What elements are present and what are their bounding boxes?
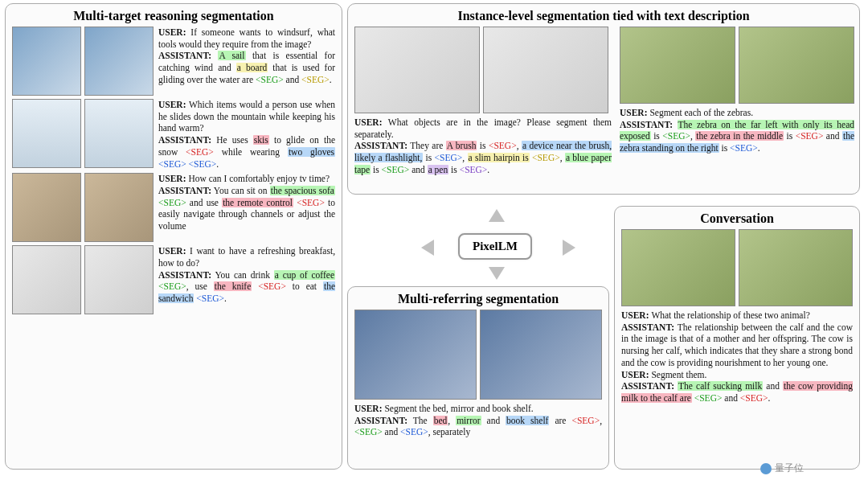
thumbnail-original [354, 27, 480, 113]
user-label: USER: [354, 404, 383, 413]
image-pair [354, 310, 602, 400]
user-text: How can I comfortably enjoy tv time? [188, 174, 330, 183]
thumbnail-segmented [84, 173, 154, 242]
thumbnail-segmented [480, 310, 602, 400]
assistant-label: ASSISTANT: [620, 120, 673, 129]
panel-title-multi-ref: Multi-referring segmentation [354, 292, 602, 306]
thumbnail-segmented [84, 27, 154, 96]
thumbnail-original [12, 99, 81, 168]
panel-multi-referring: Multi-referring segmentation USER: Segme… [347, 286, 609, 470]
seg-token: <SEG> [158, 198, 186, 207]
user-text: Segment the bed, mirror and book shelf. [384, 404, 533, 413]
arrow-left-icon [421, 240, 434, 256]
example-row: USER: How can I comfortably enjoy tv tim… [12, 173, 335, 242]
seg-token: <SEG> [435, 153, 463, 162]
user-label: USER: [354, 117, 383, 127]
seg-token: <SEG> [354, 427, 383, 437]
image-pair [12, 27, 154, 96]
thumbnail-segmented [739, 229, 853, 306]
user-text: Segment each of the zebras. [649, 108, 753, 117]
highlight-span: a board [236, 63, 268, 72]
assistant-label: ASSISTANT: [158, 51, 211, 60]
assistant-label: ASSISTANT: [354, 141, 407, 150]
pixelm-label: PixelLM [473, 240, 518, 252]
dialogue-text: USER: Segment the bed, mirror and book s… [354, 403, 602, 438]
highlight-span: A brush [446, 141, 477, 150]
user-label: USER: [158, 100, 186, 109]
dialogue-text: USER: What objects are in the image? Ple… [354, 117, 612, 176]
seg-token: <SEG> [694, 393, 723, 403]
highlight-span: the knife [214, 281, 252, 291]
example-row: USER: I want to have a refreshing breakf… [12, 245, 335, 314]
thumbnail-original [621, 229, 735, 306]
assistant-label: ASSISTANT: [158, 186, 211, 195]
seg-token: <SEG> [158, 159, 186, 169]
watermark: 量子位 [760, 462, 804, 475]
panel-instance-level: Instance-level segmentation tied with te… [347, 3, 860, 195]
highlight-span: skis [253, 135, 269, 145]
thumbnail-segmented [739, 27, 854, 104]
assistant-label: ASSISTANT: [158, 135, 211, 145]
thumbnail-segmented [84, 245, 154, 314]
seg-token: <SEG> [400, 427, 428, 437]
seg-token: <SEG> [256, 75, 284, 84]
highlight-span: book shelf [506, 416, 549, 425]
turn-text: What the relationship of these two anima… [651, 310, 809, 320]
assistant-label: ASSISTANT: [621, 322, 678, 332]
panel-conversation: Conversation USER: What the relationship… [614, 206, 860, 470]
assistant-label: ASSISTANT: [354, 416, 407, 425]
panel-title-instance: Instance-level segmentation tied with te… [354, 9, 853, 23]
image-pair [12, 99, 154, 170]
seg-token: <SEG> [297, 198, 325, 207]
seg-token: <SEG> [258, 281, 286, 291]
seg-token: <SEG> [301, 75, 330, 84]
arrow-down-icon [489, 267, 505, 280]
seg-token: <SEG> [460, 165, 488, 174]
assistant-label: ASSISTANT: [158, 270, 211, 280]
highlight-span: The calf sucking milk [678, 381, 763, 391]
user-text: What objects are in the image? Please se… [354, 117, 612, 139]
assistant-label: ASSISTANT: [621, 381, 678, 391]
dialogue-text: USER: How can I comfortably enjoy tv tim… [158, 173, 335, 242]
user-label: USER: [621, 370, 651, 379]
panel-multi-target: Multi-target reasoning segmentation USER… [5, 3, 342, 470]
dialogue-text: USER: Which items would a person use whe… [158, 99, 335, 170]
example-row: USER: Which items would a person use whe… [12, 99, 335, 170]
panel-title-conversation: Conversation [621, 211, 853, 226]
seg-token: <SEG> [489, 141, 517, 150]
seg-token: <SEG> [796, 131, 824, 141]
arrow-up-icon [489, 209, 505, 222]
seg-token: <SEG> [158, 281, 186, 291]
highlight-span: A sail [218, 51, 245, 60]
arrow-right-icon [563, 240, 575, 256]
image-pair [12, 173, 154, 242]
dialogue-text: USER: I want to have a refreshing breakf… [158, 245, 335, 314]
thumbnail-segmented [84, 99, 154, 168]
highlight-span: mirror [456, 416, 481, 425]
seg-token: <SEG> [740, 393, 768, 403]
thumbnail-original [12, 27, 81, 96]
seg-token: <SEG> [730, 143, 758, 153]
pixelm-node: PixelLM [458, 233, 532, 260]
image-pair [621, 229, 853, 306]
highlight-span: the spacious sofa [270, 186, 335, 195]
dialogue-text: USER: What the relationship of these two… [621, 310, 853, 404]
highlight-span: a slim hairpin is [468, 153, 530, 162]
watermark-text: 量子位 [775, 462, 804, 475]
seg-token: <SEG> [189, 159, 217, 169]
user-label: USER: [158, 27, 186, 37]
highlight-span: two gloves [288, 147, 335, 157]
thumbnail-original [620, 27, 735, 104]
highlight-span: bed [433, 416, 448, 425]
user-label: USER: [158, 174, 186, 183]
image-pair [620, 27, 854, 104]
thumbnail-original [12, 245, 81, 314]
highlight-span: the remote control [222, 198, 293, 207]
example-row: USER: If someone wants to windsurf, what… [12, 27, 335, 96]
thumbnail-segmented [483, 27, 608, 113]
dialogue-text: USER: If someone wants to windsurf, what… [158, 27, 335, 96]
thumbnail-original [354, 310, 477, 400]
watermark-icon [760, 463, 772, 474]
panel-title-multi-target: Multi-target reasoning segmentation [12, 9, 335, 23]
user-label: USER: [620, 108, 648, 117]
